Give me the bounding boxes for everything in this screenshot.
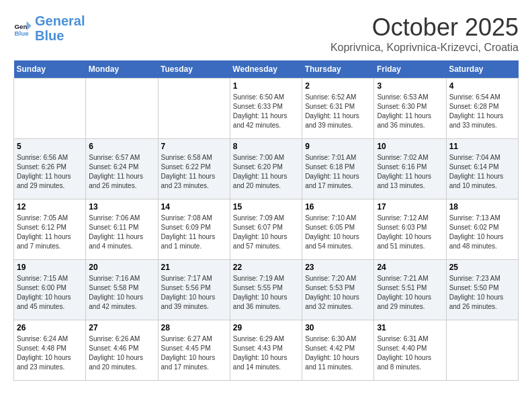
day-number: 8 (233, 142, 299, 151)
day-cell-20: 20Sunrise: 7:16 AMSunset: 5:58 PMDayligh… (86, 260, 158, 320)
logo: Gen Blue General Blue (13, 13, 85, 43)
day-info: Sunrise: 6:29 AMSunset: 4:43 PMDaylight:… (233, 334, 299, 372)
day-cell-18: 18Sunrise: 7:13 AMSunset: 6:02 PMDayligh… (446, 199, 518, 260)
weekday-header-friday: Friday (374, 60, 446, 79)
day-number: 5 (17, 142, 83, 151)
day-number: 11 (449, 142, 515, 151)
day-cell-27: 27Sunrise: 6:26 AMSunset: 4:46 PMDayligh… (86, 320, 158, 381)
day-info: Sunrise: 7:10 AMSunset: 6:05 PMDaylight:… (305, 214, 371, 251)
day-info: Sunrise: 6:53 AMSunset: 6:30 PMDaylight:… (377, 93, 443, 130)
day-info: Sunrise: 7:06 AMSunset: 6:11 PMDaylight:… (89, 214, 154, 251)
day-cell-23: 23Sunrise: 7:20 AMSunset: 5:53 PMDayligh… (302, 260, 374, 320)
day-cell-31: 31Sunrise: 6:31 AMSunset: 4:40 PMDayligh… (374, 320, 446, 381)
day-cell-1: 1Sunrise: 6:50 AMSunset: 6:33 PMDaylight… (230, 79, 302, 139)
day-info: Sunrise: 7:00 AMSunset: 6:20 PMDaylight:… (233, 153, 299, 191)
day-cell-10: 10Sunrise: 7:02 AMSunset: 6:16 PMDayligh… (374, 139, 446, 199)
day-info: Sunrise: 7:05 AMSunset: 6:12 PMDaylight:… (17, 214, 83, 251)
week-row-3: 12Sunrise: 7:05 AMSunset: 6:12 PMDayligh… (14, 199, 519, 260)
day-number: 13 (89, 202, 154, 212)
day-info: Sunrise: 7:12 AMSunset: 6:03 PMDaylight:… (377, 214, 443, 251)
day-cell-22: 22Sunrise: 7:19 AMSunset: 5:55 PMDayligh… (230, 260, 302, 320)
day-info: Sunrise: 7:09 AMSunset: 6:07 PMDaylight:… (233, 214, 299, 251)
day-number: 6 (89, 142, 154, 151)
day-info: Sunrise: 6:31 AMSunset: 4:40 PMDaylight:… (377, 334, 443, 372)
day-number: 17 (377, 202, 443, 212)
week-row-2: 5Sunrise: 6:56 AMSunset: 6:26 PMDaylight… (14, 139, 519, 199)
day-cell-9: 9Sunrise: 7:01 AMSunset: 6:18 PMDaylight… (302, 139, 374, 199)
day-info: Sunrise: 6:30 AMSunset: 4:42 PMDaylight:… (305, 334, 371, 372)
day-cell-30: 30Sunrise: 6:30 AMSunset: 4:42 PMDayligh… (302, 320, 374, 381)
day-info: Sunrise: 6:52 AMSunset: 6:31 PMDaylight:… (305, 93, 371, 130)
calendar-table: SundayMondayTuesdayWednesdayThursdayFrid… (13, 60, 519, 381)
day-cell-17: 17Sunrise: 7:12 AMSunset: 6:03 PMDayligh… (374, 199, 446, 260)
day-info: Sunrise: 7:17 AMSunset: 5:56 PMDaylight:… (161, 274, 227, 312)
day-number: 3 (377, 81, 443, 91)
day-cell-21: 21Sunrise: 7:17 AMSunset: 5:56 PMDayligh… (158, 260, 230, 320)
day-cell-26: 26Sunrise: 6:24 AMSunset: 4:48 PMDayligh… (14, 320, 86, 381)
svg-text:Blue: Blue (14, 30, 29, 37)
day-cell-13: 13Sunrise: 7:06 AMSunset: 6:11 PMDayligh… (86, 199, 158, 260)
day-info: Sunrise: 7:23 AMSunset: 5:50 PMDaylight:… (449, 274, 515, 312)
week-row-1: 1Sunrise: 6:50 AMSunset: 6:33 PMDaylight… (14, 79, 519, 139)
day-number: 4 (449, 81, 515, 91)
empty-cell (158, 79, 230, 139)
day-info: Sunrise: 6:56 AMSunset: 6:26 PMDaylight:… (17, 153, 83, 191)
day-info: Sunrise: 7:02 AMSunset: 6:16 PMDaylight:… (377, 153, 443, 191)
day-number: 15 (233, 202, 299, 212)
weekday-header-row: SundayMondayTuesdayWednesdayThursdayFrid… (14, 60, 519, 79)
day-info: Sunrise: 6:58 AMSunset: 6:22 PMDaylight:… (161, 153, 227, 191)
weekday-header-saturday: Saturday (446, 60, 518, 79)
title-block: October 2025 Koprivnica, Koprivnica-Kriz… (330, 13, 519, 54)
day-cell-6: 6Sunrise: 6:57 AMSunset: 6:24 PMDaylight… (86, 139, 158, 199)
weekday-header-monday: Monday (86, 60, 158, 79)
day-cell-3: 3Sunrise: 6:53 AMSunset: 6:30 PMDaylight… (374, 79, 446, 139)
empty-cell (14, 79, 86, 139)
day-number: 2 (305, 81, 371, 91)
week-row-4: 19Sunrise: 7:15 AMSunset: 6:00 PMDayligh… (14, 260, 519, 320)
day-number: 27 (89, 323, 154, 332)
day-info: Sunrise: 7:08 AMSunset: 6:09 PMDaylight:… (161, 214, 227, 251)
day-cell-19: 19Sunrise: 7:15 AMSunset: 6:00 PMDayligh… (14, 260, 86, 320)
day-number: 31 (377, 323, 443, 332)
day-info: Sunrise: 6:50 AMSunset: 6:33 PMDaylight:… (233, 93, 299, 130)
page-header: Gen Blue General Blue October 2025 Kopri… (13, 13, 519, 54)
day-cell-5: 5Sunrise: 6:56 AMSunset: 6:26 PMDaylight… (14, 139, 86, 199)
day-cell-24: 24Sunrise: 7:21 AMSunset: 5:51 PMDayligh… (374, 260, 446, 320)
day-number: 1 (233, 81, 299, 91)
empty-cell (86, 79, 158, 139)
day-info: Sunrise: 7:01 AMSunset: 6:18 PMDaylight:… (305, 153, 371, 191)
day-cell-2: 2Sunrise: 6:52 AMSunset: 6:31 PMDaylight… (302, 79, 374, 139)
day-cell-8: 8Sunrise: 7:00 AMSunset: 6:20 PMDaylight… (230, 139, 302, 199)
day-cell-11: 11Sunrise: 7:04 AMSunset: 6:14 PMDayligh… (446, 139, 518, 199)
day-info: Sunrise: 6:27 AMSunset: 4:45 PMDaylight:… (161, 334, 227, 372)
day-cell-15: 15Sunrise: 7:09 AMSunset: 6:07 PMDayligh… (230, 199, 302, 260)
day-number: 7 (161, 142, 227, 151)
logo-general: General (35, 13, 85, 28)
day-cell-28: 28Sunrise: 6:27 AMSunset: 4:45 PMDayligh… (158, 320, 230, 381)
day-cell-25: 25Sunrise: 7:23 AMSunset: 5:50 PMDayligh… (446, 260, 518, 320)
day-info: Sunrise: 7:20 AMSunset: 5:53 PMDaylight:… (305, 274, 371, 312)
day-cell-4: 4Sunrise: 6:54 AMSunset: 6:28 PMDaylight… (446, 79, 518, 139)
day-info: Sunrise: 6:57 AMSunset: 6:24 PMDaylight:… (89, 153, 154, 191)
day-number: 12 (17, 202, 83, 212)
day-info: Sunrise: 7:04 AMSunset: 6:14 PMDaylight:… (449, 153, 515, 191)
day-info: Sunrise: 7:19 AMSunset: 5:55 PMDaylight:… (233, 274, 299, 312)
day-number: 14 (161, 202, 227, 212)
day-cell-12: 12Sunrise: 7:05 AMSunset: 6:12 PMDayligh… (14, 199, 86, 260)
day-number: 22 (233, 263, 299, 272)
logo-icon: Gen Blue (13, 19, 32, 38)
day-number: 24 (377, 263, 443, 272)
day-info: Sunrise: 6:26 AMSunset: 4:46 PMDaylight:… (89, 334, 154, 372)
day-number: 25 (449, 263, 515, 272)
empty-cell (446, 320, 518, 381)
day-number: 18 (449, 202, 515, 212)
day-cell-14: 14Sunrise: 7:08 AMSunset: 6:09 PMDayligh… (158, 199, 230, 260)
day-cell-7: 7Sunrise: 6:58 AMSunset: 6:22 PMDaylight… (158, 139, 230, 199)
day-info: Sunrise: 6:24 AMSunset: 4:48 PMDaylight:… (17, 334, 83, 372)
day-number: 26 (17, 323, 83, 332)
day-info: Sunrise: 7:21 AMSunset: 5:51 PMDaylight:… (377, 274, 443, 312)
day-number: 9 (305, 142, 371, 151)
week-row-5: 26Sunrise: 6:24 AMSunset: 4:48 PMDayligh… (14, 320, 519, 381)
day-number: 20 (89, 263, 154, 272)
day-number: 28 (161, 323, 227, 332)
